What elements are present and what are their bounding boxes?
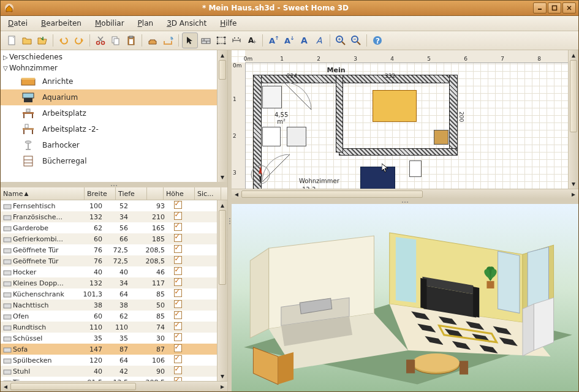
catalog-item-arbeitsplatz2[interactable]: Arbeitsplatz -2- [1,121,217,137]
undo-icon[interactable] [56,33,71,48]
scroll-right-icon[interactable]: ▸ [218,382,227,391]
scroll-up-icon[interactable]: ▴ [218,200,227,210]
table-row[interactable]: Hocker404046 [1,266,217,277]
paste-icon[interactable] [124,33,138,48]
import-furniture-icon[interactable]: + [161,33,175,48]
table-row[interactable]: Tür91,512,5208,5 [1,377,217,381]
menu-datei[interactable]: Datei [6,18,30,29]
scroll-left-icon[interactable]: ◂ [1,382,10,391]
add-furniture-icon[interactable] [145,33,160,48]
plan-hscrollbar[interactable]: ◂ ▸ [232,189,578,199]
save-file-icon[interactable] [35,33,50,48]
catalog-group-verschiedenes[interactable]: ▷Verschiedenes [1,51,217,62]
header-tiefe[interactable]: Tiefe [116,187,147,200]
minimize-button[interactable] [533,2,547,13]
menu-3d-ansicht[interactable]: 3D Ansicht [164,18,209,29]
header-sichtbar[interactable]: Sic... [195,187,221,200]
table-row[interactable]: Fernsehtisch1005293 [1,200,217,211]
table-row[interactable]: Spülbecken12064106 [1,355,217,366]
scroll-thumb[interactable] [219,210,226,285]
text-smaller-icon[interactable]: A [281,33,296,48]
table-row[interactable]: Garderobe6256165 [1,222,217,233]
help-icon[interactable]: ? [370,33,385,48]
plan-furniture[interactable] [262,127,281,146]
menu-bearbeiten[interactable]: Bearbeiten [39,18,84,29]
cell-visible[interactable] [167,278,188,288]
cell-visible[interactable] [167,289,188,299]
new-file-icon[interactable] [4,33,19,48]
catalog-item-barhocker[interactable]: Barhocker [1,137,217,153]
create-walls-icon[interactable] [199,33,213,48]
cell-visible[interactable] [167,322,188,332]
cell-visible[interactable] [167,267,188,277]
compass-icon[interactable] [250,164,271,185]
cell-visible[interactable] [167,245,188,255]
scroll-down-icon[interactable]: ▾ [218,371,227,381]
catalog-item-buecherregal[interactable]: Bücherregal [1,153,217,169]
create-dimensions-icon[interactable] [229,33,244,48]
menu-plan[interactable]: Plan [135,18,156,29]
table-hscrollbar[interactable]: ◂ ▸ [1,381,227,391]
plan-furniture-bed[interactable] [373,90,417,122]
zoom-out-icon[interactable] [349,33,363,48]
table-row[interactable]: Gefrierkombi...6066185 [1,233,217,244]
text-bold-icon[interactable]: A [297,33,311,48]
table-scrollbar[interactable]: ▴ ▾ [217,200,227,381]
table-row[interactable]: Schüssel353530 [1,333,217,344]
plan-furniture[interactable] [409,160,422,177]
menu-mobiliar[interactable]: Mobiliar [93,18,127,29]
scroll-up-icon[interactable]: ▴ [569,50,578,60]
catalog-list[interactable]: ▷Verschiedenes ▽Wohnzimmer Anrichte Aqua… [1,50,217,182]
header-breite[interactable]: Breite [85,187,116,200]
scroll-thumb[interactable] [570,60,577,132]
copy-icon[interactable] [108,33,123,48]
catalog-item-aquarium[interactable]: Aquarium [1,89,217,105]
catalog-group-wohnzimmer[interactable]: ▽Wohnzimmer [1,62,217,74]
cell-visible[interactable] [167,212,188,222]
scroll-thumb[interactable] [241,190,423,198]
table-row[interactable]: Geöffnete Tür7672,5208,5 [1,244,217,255]
header-hoehe[interactable]: Höhe [164,187,195,200]
table-row[interactable]: Stuhl404290 [1,366,217,377]
cell-visible[interactable] [167,333,188,343]
cell-visible[interactable] [167,234,188,244]
scroll-right-icon[interactable]: ▸ [569,189,578,199]
cell-visible[interactable] [167,223,188,233]
cell-visible[interactable] [167,311,188,321]
plan-furniture[interactable] [287,127,306,146]
plan-canvas[interactable]: 0m 1 2 3 4 5 6 7 8 0m 1 [232,50,568,189]
scroll-thumb[interactable] [219,60,226,80]
table-row[interactable]: Ofen606285 [1,311,217,322]
catalog-item-arbeitsplatz[interactable]: Arbeitsplatz [1,105,217,121]
table-row[interactable]: Geöffnete Tür7672,5208,5 [1,255,217,266]
cell-visible[interactable] [167,256,188,266]
plan-furniture[interactable] [262,86,282,108]
zoom-in-icon[interactable] [333,33,348,48]
create-text-icon[interactable]: A+ [244,33,259,48]
cell-visible[interactable] [167,300,188,310]
cell-visible[interactable] [167,344,188,354]
table-row[interactable]: Französische...13234210 [1,211,217,222]
table-row[interactable]: Nachttisch383850 [1,300,217,311]
scroll-thumb[interactable] [10,383,136,390]
redo-icon[interactable] [72,33,86,48]
menu-hilfe[interactable]: Hilfe [218,18,239,29]
table-row[interactable]: Sofa1478787 [1,344,217,355]
plan-furniture[interactable] [434,130,448,145]
table-row[interactable]: Kleines Dopp...13234117 [1,277,217,288]
text-bigger-icon[interactable]: A [266,33,281,48]
header-name[interactable]: Name▲ [1,187,85,200]
cell-visible[interactable] [167,366,188,376]
scroll-down-icon[interactable]: ▾ [569,179,578,189]
scroll-down-icon[interactable]: ▾ [218,172,227,182]
text-italic-icon[interactable]: A [312,33,327,48]
select-tool-icon[interactable] [182,32,198,48]
cell-visible[interactable] [167,201,188,211]
open-file-icon[interactable] [20,33,34,48]
plan-vscrollbar[interactable]: ▴ ▾ [568,50,578,189]
3d-canvas[interactable] [232,204,578,391]
table-row[interactable]: Rundtisch11011074 [1,322,217,333]
cell-visible[interactable] [167,355,188,365]
cut-icon[interactable] [93,33,108,48]
catalog-scrollbar[interactable]: ▴ ▾ [217,50,227,182]
